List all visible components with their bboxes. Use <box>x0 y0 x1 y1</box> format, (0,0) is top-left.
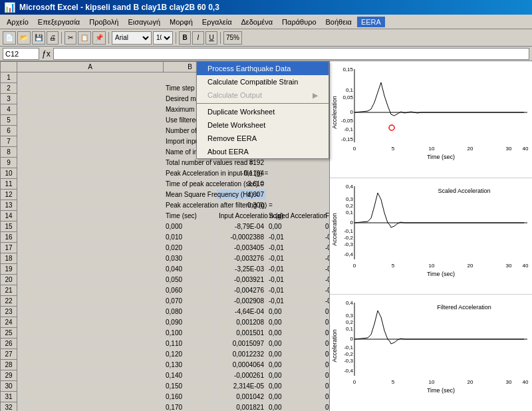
menu-morfi[interactable]: Μορφή <box>166 17 197 27</box>
save-btn[interactable]: 💾 <box>32 31 45 45</box>
menu-arxeio[interactable]: Αρχείο <box>3 17 33 27</box>
cell-r10-c1[interactable]: Peak Acceleration in input file (g) = <box>164 168 217 179</box>
cell-r12-c1[interactable]: Mean Square Frequency (Hz) = <box>164 190 217 200</box>
cell-r10-c4[interactable] <box>273 168 323 179</box>
cell-r32-c0[interactable] <box>17 402 164 412</box>
cell-r32-c2[interactable]: 0,001821 <box>217 402 267 412</box>
cell-r24-c3[interactable]: 0,00 <box>267 317 273 328</box>
cell-r23-c1[interactable]: 0,080 <box>164 307 217 317</box>
cell-r5-c0[interactable] <box>17 115 164 126</box>
cell-r14-c0[interactable] <box>17 211 164 221</box>
cell-r32-c5[interactable]: 0,00 <box>323 402 329 412</box>
cell-r17-c1[interactable]: 0,020 <box>164 243 217 253</box>
cell-r26-c2[interactable]: 0,0015097 <box>217 339 267 349</box>
cell-r7-c0[interactable] <box>17 136 164 147</box>
cell-r24-c5[interactable]: 0,00 <box>323 317 329 328</box>
cell-r20-c2[interactable]: -0,003921 <box>217 275 267 285</box>
cell-r2-c0[interactable] <box>17 83 164 94</box>
cell-r31-c5[interactable]: 0,00 <box>323 392 329 402</box>
cell-r13-c1[interactable]: Peak acceleration after filtering (g) = <box>164 200 217 211</box>
cell-r4-c0[interactable] <box>17 104 164 115</box>
cell-r29-c3[interactable]: 0,00 <box>267 370 273 381</box>
cell-r27-c2[interactable]: 0,0012232 <box>217 349 267 360</box>
zoom-btn[interactable]: 75% <box>223 31 242 45</box>
cell-r22-c2[interactable]: -0,002908 <box>217 296 267 307</box>
cell-r18-c1[interactable]: 0,030 <box>164 253 217 264</box>
formula-input[interactable] <box>53 48 529 60</box>
cell-r25-c1[interactable]: 0,100 <box>164 328 217 339</box>
cell-r31-c3[interactable]: 0,00 <box>267 392 273 402</box>
cell-r21-c5[interactable]: -0,01 <box>323 285 329 296</box>
cell-r28-c0[interactable] <box>17 360 164 370</box>
duplicate-worksheet-btn[interactable]: Duplicate Worksheet <box>197 105 329 118</box>
cell-r16-c2[interactable]: -0,0002388 <box>217 232 267 243</box>
cell-r12-c4[interactable] <box>273 190 323 200</box>
cell-r24-c0[interactable] <box>17 317 164 328</box>
cell-r22-c1[interactable]: 0,070 <box>164 296 217 307</box>
cell-r13-c5[interactable] <box>323 200 329 211</box>
cell-r12-c3[interactable] <box>267 190 273 200</box>
cell-r10-c0[interactable] <box>17 168 164 179</box>
menu-eera[interactable]: EERA <box>357 17 385 27</box>
cell-r18-c5[interactable]: -0,01 <box>323 253 329 264</box>
cell-r25-c0[interactable] <box>17 328 164 339</box>
about-eera-btn[interactable]: About EERA <box>197 145 329 158</box>
cell-r26-c1[interactable]: 0,110 <box>164 339 217 349</box>
open-btn[interactable]: 📂 <box>17 31 31 45</box>
cell-r30-c3[interactable]: 0,00 <box>267 381 273 392</box>
cell-r22-c5[interactable]: -0,01 <box>323 296 329 307</box>
cell-r15-c3[interactable]: 0,00 <box>267 221 273 232</box>
cell-r3-c0[interactable] <box>17 94 164 104</box>
cell-r11-c3[interactable] <box>267 179 273 190</box>
cell-r24-c2[interactable]: 0,001208 <box>217 317 267 328</box>
cell-r30-c2[interactable]: 2,314E-05 <box>217 381 267 392</box>
cell-r27-c3[interactable]: 0,00 <box>267 349 273 360</box>
cell-r17-c0[interactable] <box>17 243 164 253</box>
copy-btn[interactable]: 📋 <box>78 31 91 45</box>
cell-r25-c5[interactable]: 0,00 <box>323 328 329 339</box>
cell-r30-c5[interactable]: 0,00 <box>323 381 329 392</box>
cell-r15-c2[interactable]: -8,79E-04 <box>217 221 267 232</box>
cell-r29-c0[interactable] <box>17 370 164 381</box>
cell-r19-c5[interactable]: -0,01 <box>323 264 329 275</box>
cell-r16-c3[interactable]: -0,01 <box>267 232 273 243</box>
cell-r21-c2[interactable]: -0,004276 <box>217 285 267 296</box>
cell-r27-c5[interactable]: 0,00 <box>323 349 329 360</box>
cell-r16-c0[interactable] <box>17 232 164 243</box>
cell-r17-c2[interactable]: -0,003405 <box>217 243 267 253</box>
cell-r26-c5[interactable]: 0,00 <box>323 339 329 349</box>
cell-r20-c0[interactable] <box>17 275 164 285</box>
cell-r23-c3[interactable]: 0,00 <box>267 307 273 317</box>
cell-r9-c0[interactable] <box>17 158 164 168</box>
cell-r8-c0[interactable] <box>17 147 164 158</box>
cell-r15-c1[interactable]: 0,000 <box>164 221 217 232</box>
cell-r21-c1[interactable]: 0,060 <box>164 285 217 296</box>
cell-r31-c1[interactable]: 0,160 <box>164 392 217 402</box>
remove-eera-btn[interactable]: Remove EERA <box>197 132 329 145</box>
cell-r31-c2[interactable]: 0,001042 <box>217 392 267 402</box>
cell-r18-c0[interactable] <box>17 253 164 264</box>
cell-r32-c3[interactable]: 0,00 <box>267 402 273 412</box>
cell-r14-c2[interactable]: Input Acceleratio n (g) <box>217 211 267 221</box>
cell-r28-c2[interactable]: 0,0004064 <box>217 360 267 370</box>
cell-r25-c2[interactable]: 0,001501 <box>217 328 267 339</box>
cell-ref-input[interactable] <box>3 48 39 60</box>
cell-r28-c1[interactable]: 0,130 <box>164 360 217 370</box>
cell-r11-c4[interactable] <box>273 179 323 190</box>
cell-r26-c0[interactable] <box>17 339 164 349</box>
cell-r17-c5[interactable]: -0,01 <box>323 243 329 253</box>
font-select[interactable]: Arial <box>112 31 152 45</box>
cell-r21-c3[interactable]: -0,01 <box>267 285 273 296</box>
cell-r22-c0[interactable] <box>17 296 164 307</box>
cell-r14-c1[interactable]: Time (sec) <box>164 211 217 221</box>
cell-r12-c5[interactable] <box>323 190 329 200</box>
col-header-A[interactable]: A <box>17 62 164 72</box>
cell-r19-c2[interactable]: -3,25E-03 <box>217 264 267 275</box>
cell-r12-c0[interactable] <box>17 190 164 200</box>
cell-r29-c5[interactable]: 0,00 <box>323 370 329 381</box>
cell-r6-c0[interactable] <box>17 126 164 136</box>
cell-r18-c3[interactable]: -0,01 <box>267 253 273 264</box>
cell-r13-c4[interactable] <box>273 200 323 211</box>
size-select[interactable]: 10 <box>153 31 173 45</box>
new-btn[interactable]: 📄 <box>3 31 16 45</box>
